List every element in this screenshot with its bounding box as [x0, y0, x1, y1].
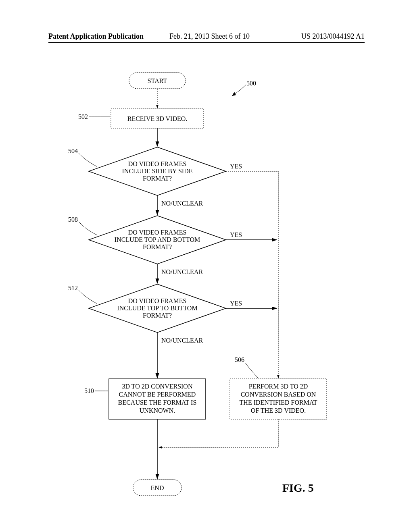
svg-text:NO/UNCLEAR: NO/UNCLEAR [161, 200, 203, 207]
figure-label: FIG. 5 [282, 482, 314, 494]
svg-text:INCLUDE TOP TO BOTTOM: INCLUDE TOP TO BOTTOM [117, 305, 197, 312]
svg-text:THE IDENTIFIED FORMAT: THE IDENTIFIED FORMAT [240, 399, 317, 406]
svg-text:DO VIDEO FRAMES: DO VIDEO FRAMES [128, 297, 187, 304]
ref-502: 502 [78, 113, 110, 120]
svg-text:FORMAT?: FORMAT? [143, 243, 172, 250]
svg-text:PERFORM 3D TO 2D: PERFORM 3D TO 2D [249, 383, 308, 390]
step-506: PERFORM 3D TO 2D CONVERSION BASED ON THE… [230, 379, 327, 419]
svg-text:NO/UNCLEAR: NO/UNCLEAR [161, 268, 203, 275]
svg-text:CONVERSION BASED ON: CONVERSION BASED ON [241, 391, 316, 398]
svg-text:500: 500 [246, 80, 256, 87]
start-label: START [148, 77, 167, 84]
svg-text:OF THE 3D VIDEO.: OF THE 3D VIDEO. [251, 407, 306, 414]
svg-text:NO/UNCLEAR: NO/UNCLEAR [161, 337, 203, 344]
ref-512: 512 [68, 285, 97, 303]
ref-504: 504 [68, 148, 97, 166]
flowchart: START 500 RECEIVE 3D VIDEO. 502 DO VIDEO… [0, 60, 413, 532]
edge-504-no: NO/UNCLEAR [157, 195, 203, 215]
svg-text:508: 508 [68, 216, 78, 223]
svg-text:RECEIVE 3D VIDEO.: RECEIVE 3D VIDEO. [127, 115, 188, 122]
svg-text:512: 512 [68, 285, 78, 291]
svg-text:DO VIDEO FRAMES: DO VIDEO FRAMES [128, 229, 187, 236]
svg-text:3D TO 2D CONVERSION: 3D TO 2D CONVERSION [122, 383, 193, 390]
end-label: END [151, 484, 164, 491]
svg-text:FORMAT?: FORMAT? [143, 175, 172, 182]
edge-508-no: NO/UNCLEAR [157, 264, 203, 283]
step-510: 3D TO 2D CONVERSION CANNOT BE PERFORMED … [109, 379, 206, 419]
svg-text:YES: YES [230, 300, 242, 307]
svg-text:502: 502 [78, 113, 88, 120]
edge-506-merge [159, 419, 278, 447]
edge-512-yes: YES [226, 300, 277, 308]
header-mid: Feb. 21, 2013 Sheet 6 of 10 [169, 32, 250, 41]
header-left: Patent Application Publication [48, 32, 144, 41]
ref-510: 510 [84, 387, 108, 394]
ref-500: 500 [232, 80, 256, 96]
header-rule [48, 42, 365, 43]
step-502: RECEIVE 3D VIDEO. [111, 109, 204, 128]
edge-508-yes: YES [226, 231, 277, 240]
ref-508: 508 [68, 216, 97, 235]
ref-506: 506 [235, 356, 258, 378]
decision-504: DO VIDEO FRAMES INCLUDE SIDE BY SIDE FOR… [89, 147, 226, 195]
start-terminator: START [129, 73, 186, 89]
svg-text:506: 506 [235, 356, 244, 363]
header-right: US 2013/0044192 A1 [301, 32, 365, 41]
svg-text:YES: YES [230, 231, 242, 238]
svg-text:INCLUDE TOP AND BOTTOM: INCLUDE TOP AND BOTTOM [115, 236, 200, 243]
svg-text:FORMAT?: FORMAT? [143, 312, 172, 319]
page: Patent Application Publication Feb. 21, … [0, 0, 413, 532]
svg-text:DO VIDEO FRAMES: DO VIDEO FRAMES [128, 160, 187, 167]
svg-text:CANNOT BE PERFORMED: CANNOT BE PERFORMED [119, 391, 196, 398]
edge-512-no: NO/UNCLEAR [157, 332, 203, 378]
decision-508: DO VIDEO FRAMES INCLUDE TOP AND BOTTOM F… [89, 216, 226, 264]
decision-512: DO VIDEO FRAMES INCLUDE TOP TO BOTTOM FO… [89, 284, 226, 332]
svg-text:YES: YES [230, 163, 242, 170]
svg-text:INCLUDE SIDE BY SIDE: INCLUDE SIDE BY SIDE [122, 168, 193, 175]
end-terminator: END [133, 480, 181, 496]
svg-text:UNKNOWN.: UNKNOWN. [140, 407, 175, 414]
svg-text:504: 504 [68, 148, 78, 154]
edge-504-yes: YES [226, 163, 278, 378]
svg-text:BECAUSE THE FORMAT IS: BECAUSE THE FORMAT IS [118, 399, 197, 406]
svg-text:510: 510 [84, 387, 94, 394]
